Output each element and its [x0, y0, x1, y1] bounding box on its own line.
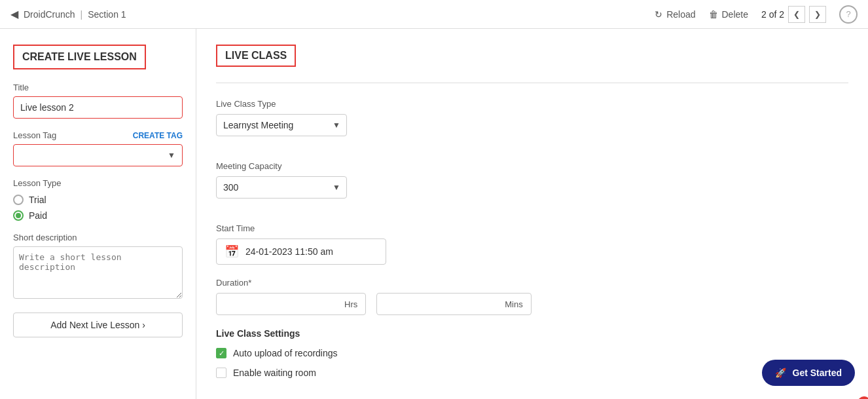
settings-section-label: Live Class Settings [216, 328, 848, 339]
back-button[interactable]: ◀ [10, 8, 18, 20]
navbar-left: ◀ DroidCrunch | Section 1 [10, 8, 126, 20]
checkbox-waiting-room[interactable]: Enable waiting room [216, 368, 848, 378]
sidebar: CREATE LIVE LESSON Title Lesson Tag CREA… [0, 29, 196, 399]
duration-mins-input[interactable] [385, 299, 499, 309]
duration-mins-field: Mins [376, 293, 531, 315]
create-tag-link[interactable]: CREATE TAG [133, 131, 183, 140]
checkbox-waiting-room-box [216, 368, 226, 378]
reload-label: Reload [666, 9, 695, 20]
duration-row: Hrs Mins [216, 293, 848, 315]
lesson-type-label: Lesson Type [13, 178, 183, 188]
calendar-icon: 📅 [225, 244, 239, 259]
pagination: 2 of 2 ❮ ❯ [761, 6, 826, 23]
help-button[interactable]: ? [839, 5, 858, 24]
live-class-title: LIVE CLASS [216, 45, 296, 67]
meeting-capacity-select-wrapper: 100 200 300 500 ▼ [216, 176, 347, 199]
checkbox-auto-upload[interactable]: ✓ Auto upload of recordings [216, 348, 848, 358]
start-time-group: Start Time 📅 24-01-2023 11:50 am [216, 223, 848, 265]
navbar: ◀ DroidCrunch | Section 1 ↻ Reload 🗑 Del… [0, 0, 868, 29]
title-input[interactable] [13, 96, 183, 119]
duration-hrs-field: Hrs [216, 293, 366, 315]
duration-label: Duration* [216, 278, 848, 288]
reload-button[interactable]: ↻ Reload [655, 9, 695, 20]
meeting-capacity-group: Meeting Capacity 100 200 300 500 ▼ [216, 161, 848, 212]
delete-button[interactable]: 🗑 Delete [709, 9, 748, 20]
radio-trial-label: Trial [29, 195, 46, 205]
lesson-tag-select[interactable] [14, 145, 182, 166]
start-time-picker[interactable]: 📅 24-01-2023 11:50 am [216, 238, 386, 265]
add-next-lesson-button[interactable]: Add Next Live Lesson › [13, 313, 183, 337]
radio-circle-trial [13, 195, 24, 205]
sidebar-title: CREATE LIVE LESSON [13, 45, 146, 69]
reload-icon: ↻ [655, 9, 662, 20]
main-container: CREATE LIVE LESSON Title Lesson Tag CREA… [0, 29, 868, 399]
duration-mins-unit: Mins [505, 299, 522, 309]
radio-group: Trial Paid [13, 195, 183, 221]
get-started-label: Get Started [793, 368, 842, 378]
live-class-type-select[interactable]: Learnyst Meeting Zoom Google Meet [216, 114, 347, 136]
checkbox-waiting-room-label: Enable waiting room [233, 368, 316, 378]
pagination-text: 2 of 2 [761, 9, 784, 20]
get-started-icon: 🚀 [775, 368, 786, 378]
content-area: LIVE CLASS Live Class Type Learnyst Meet… [196, 29, 868, 399]
live-class-type-select-wrapper: Learnyst Meeting Zoom Google Meet ▼ [216, 114, 347, 136]
live-class-type-label: Live Class Type [216, 99, 848, 109]
start-time-label: Start Time [216, 223, 848, 233]
title-label: Title [13, 83, 183, 92]
section-label: Section 1 [88, 9, 126, 20]
live-class-type-group: Live Class Type Learnyst Meeting Zoom Go… [216, 99, 848, 149]
tag-select-wrapper: ▼ [13, 144, 183, 166]
lesson-type-group: Lesson Type Trial Paid [13, 178, 183, 221]
short-desc-textarea[interactable] [13, 246, 183, 299]
trash-icon: 🗑 [709, 9, 718, 20]
checkbox-auto-upload-box: ✓ [216, 348, 226, 358]
checkbox-auto-upload-label: Auto upload of recordings [233, 348, 338, 358]
start-time-value: 24-01-2023 11:50 am [245, 246, 333, 257]
meeting-capacity-select[interactable]: 100 200 300 500 [216, 176, 347, 199]
navbar-separator: | [81, 9, 83, 20]
delete-label: Delete [722, 9, 748, 20]
radio-dot-paid [16, 213, 21, 218]
checkbox-check-icon: ✓ [219, 349, 225, 358]
title-group: Title [13, 83, 183, 119]
content-divider [216, 83, 848, 83]
lesson-tag-label: Lesson Tag [13, 130, 56, 140]
radio-circle-paid [13, 210, 24, 221]
radio-paid-label: Paid [29, 210, 47, 221]
lesson-tag-header: Lesson Tag CREATE TAG [13, 130, 183, 140]
next-page-button[interactable]: ❯ [809, 6, 826, 23]
radio-trial[interactable]: Trial [13, 195, 183, 205]
get-started-button[interactable]: 🚀 Get Started [762, 360, 855, 386]
prev-page-button[interactable]: ❮ [788, 6, 805, 23]
duration-hrs-input[interactable] [225, 299, 339, 309]
short-desc-group: Short description [13, 233, 183, 301]
meeting-capacity-label: Meeting Capacity [216, 161, 848, 171]
live-class-settings-group: Live Class Settings ✓ Auto upload of rec… [216, 328, 848, 378]
brand-name: DroidCrunch [24, 9, 75, 20]
navbar-right: ↻ Reload 🗑 Delete 2 of 2 ❮ ❯ ? [655, 5, 858, 24]
radio-paid[interactable]: Paid [13, 210, 183, 221]
lesson-tag-group: Lesson Tag CREATE TAG ▼ [13, 130, 183, 166]
short-desc-label: Short description [13, 233, 183, 242]
add-next-lesson-label: Add Next Live Lesson › [50, 320, 145, 330]
duration-hrs-unit: Hrs [344, 299, 357, 309]
duration-group: Duration* Hrs Mins [216, 278, 848, 315]
